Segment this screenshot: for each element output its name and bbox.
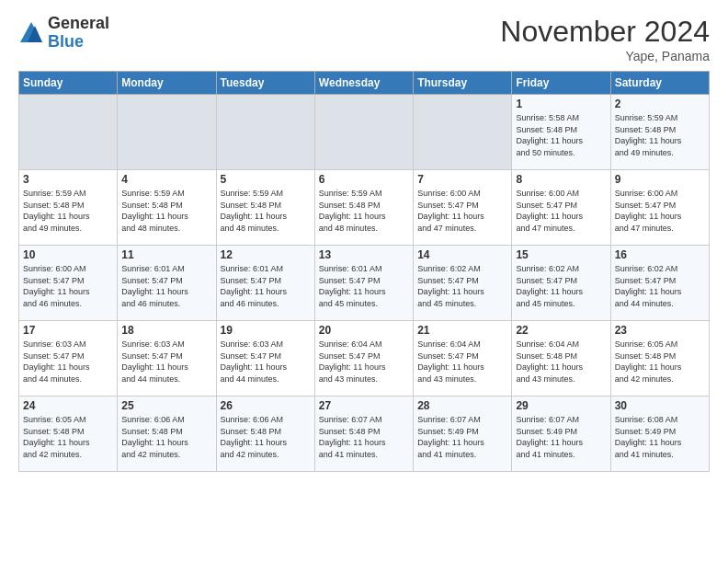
week-row-1: 1Sunrise: 5:58 AM Sunset: 5:48 PM Daylig… [19,95,710,170]
day-info: Sunrise: 6:02 AM Sunset: 5:47 PM Dayligh… [615,263,705,309]
day-info: Sunrise: 6:00 AM Sunset: 5:47 PM Dayligh… [417,188,507,234]
day-number: 21 [417,324,507,337]
day-info: Sunrise: 6:04 AM Sunset: 5:47 PM Dayligh… [417,339,507,385]
day-cell: 10Sunrise: 6:00 AM Sunset: 5:47 PM Dayli… [19,246,118,321]
day-cell: 19Sunrise: 6:03 AM Sunset: 5:47 PM Dayli… [216,321,314,396]
day-number: 16 [615,248,705,261]
day-cell: 23Sunrise: 6:05 AM Sunset: 5:48 PM Dayli… [610,321,709,396]
page: General Blue November 2024 Yape, Panama … [0,0,728,481]
day-info: Sunrise: 6:05 AM Sunset: 5:48 PM Dayligh… [23,414,113,460]
day-number: 29 [516,399,606,412]
day-cell: 3Sunrise: 5:59 AM Sunset: 5:48 PM Daylig… [19,170,118,246]
day-cell: 6Sunrise: 5:59 AM Sunset: 5:48 PM Daylig… [314,170,413,246]
day-cell: 11Sunrise: 6:01 AM Sunset: 5:47 PM Dayli… [118,246,216,321]
day-info: Sunrise: 6:06 AM Sunset: 5:48 PM Dayligh… [221,414,311,460]
day-number: 18 [121,324,211,337]
day-info: Sunrise: 6:06 AM Sunset: 5:48 PM Dayligh… [121,414,211,460]
day-number: 25 [121,399,211,412]
day-number: 13 [319,248,409,261]
col-sunday: Sunday [19,72,118,95]
day-cell: 25Sunrise: 6:06 AM Sunset: 5:48 PM Dayli… [118,396,216,472]
day-number: 5 [221,173,311,186]
calendar-table: Sunday Monday Tuesday Wednesday Thursday… [18,71,710,472]
day-cell: 20Sunrise: 6:04 AM Sunset: 5:47 PM Dayli… [314,321,413,396]
day-cell [19,95,118,170]
day-info: Sunrise: 6:03 AM Sunset: 5:47 PM Dayligh… [23,339,113,385]
day-info: Sunrise: 6:03 AM Sunset: 5:47 PM Dayligh… [221,339,311,385]
day-cell: 9Sunrise: 6:00 AM Sunset: 5:47 PM Daylig… [610,170,709,246]
day-cell: 14Sunrise: 6:02 AM Sunset: 5:47 PM Dayli… [414,246,512,321]
day-number: 8 [516,173,606,186]
col-saturday: Saturday [610,72,709,95]
day-cell: 18Sunrise: 6:03 AM Sunset: 5:47 PM Dayli… [118,321,216,396]
week-row-2: 3Sunrise: 5:59 AM Sunset: 5:48 PM Daylig… [19,170,710,246]
day-cell [414,95,512,170]
logo: General Blue [18,15,109,52]
day-number: 9 [615,173,705,186]
day-info: Sunrise: 6:07 AM Sunset: 5:49 PM Dayligh… [516,414,606,460]
day-info: Sunrise: 5:59 AM Sunset: 5:48 PM Dayligh… [121,188,211,234]
day-cell: 4Sunrise: 5:59 AM Sunset: 5:48 PM Daylig… [118,170,216,246]
month-title: November 2024 [500,15,710,49]
col-tuesday: Tuesday [216,72,314,95]
day-info: Sunrise: 6:08 AM Sunset: 5:49 PM Dayligh… [615,414,705,460]
day-info: Sunrise: 6:01 AM Sunset: 5:47 PM Dayligh… [121,263,211,309]
day-cell: 1Sunrise: 5:58 AM Sunset: 5:48 PM Daylig… [512,95,610,170]
header: General Blue November 2024 Yape, Panama [18,15,710,63]
day-number: 20 [319,324,409,337]
day-cell: 26Sunrise: 6:06 AM Sunset: 5:48 PM Dayli… [216,396,314,472]
logo-icon [18,20,44,46]
day-number: 26 [221,399,311,412]
day-cell: 12Sunrise: 6:01 AM Sunset: 5:47 PM Dayli… [216,246,314,321]
day-info: Sunrise: 6:07 AM Sunset: 5:48 PM Dayligh… [319,414,409,460]
header-row: Sunday Monday Tuesday Wednesday Thursday… [19,72,710,95]
day-number: 24 [23,399,113,412]
day-cell: 30Sunrise: 6:08 AM Sunset: 5:49 PM Dayli… [610,396,709,472]
day-info: Sunrise: 6:02 AM Sunset: 5:47 PM Dayligh… [417,263,507,309]
col-wednesday: Wednesday [314,72,413,95]
day-number: 1 [516,98,606,110]
col-friday: Friday [512,72,610,95]
col-thursday: Thursday [414,72,512,95]
day-info: Sunrise: 6:01 AM Sunset: 5:47 PM Dayligh… [221,263,311,309]
day-cell: 13Sunrise: 6:01 AM Sunset: 5:47 PM Dayli… [314,246,413,321]
day-cell: 29Sunrise: 6:07 AM Sunset: 5:49 PM Dayli… [512,396,610,472]
day-number: 27 [319,399,409,412]
day-number: 6 [319,173,409,186]
day-cell: 21Sunrise: 6:04 AM Sunset: 5:47 PM Dayli… [414,321,512,396]
day-number: 2 [615,98,705,110]
day-info: Sunrise: 6:02 AM Sunset: 5:47 PM Dayligh… [516,263,606,309]
day-number: 14 [417,248,507,261]
day-info: Sunrise: 6:03 AM Sunset: 5:47 PM Dayligh… [121,339,211,385]
week-row-4: 17Sunrise: 6:03 AM Sunset: 5:47 PM Dayli… [19,321,710,396]
day-number: 22 [516,324,606,337]
day-number: 3 [23,173,113,186]
day-info: Sunrise: 6:00 AM Sunset: 5:47 PM Dayligh… [516,188,606,234]
day-info: Sunrise: 6:04 AM Sunset: 5:48 PM Dayligh… [516,339,606,385]
calendar-header: Sunday Monday Tuesday Wednesday Thursday… [19,72,710,95]
day-number: 30 [615,399,705,412]
day-cell: 5Sunrise: 5:59 AM Sunset: 5:48 PM Daylig… [216,170,314,246]
week-row-3: 10Sunrise: 6:00 AM Sunset: 5:47 PM Dayli… [19,246,710,321]
day-number: 7 [417,173,507,186]
title-block: November 2024 Yape, Panama [500,15,710,63]
day-number: 19 [221,324,311,337]
day-number: 17 [23,324,113,337]
logo-general: General [48,14,109,32]
day-info: Sunrise: 6:01 AM Sunset: 5:47 PM Dayligh… [319,263,409,309]
day-info: Sunrise: 6:00 AM Sunset: 5:47 PM Dayligh… [23,263,113,309]
logo-text: General Blue [48,15,109,52]
day-number: 28 [417,399,507,412]
day-cell [314,95,413,170]
day-cell: 16Sunrise: 6:02 AM Sunset: 5:47 PM Dayli… [610,246,709,321]
day-number: 10 [23,248,113,261]
day-info: Sunrise: 5:58 AM Sunset: 5:48 PM Dayligh… [516,112,606,158]
day-cell: 22Sunrise: 6:04 AM Sunset: 5:48 PM Dayli… [512,321,610,396]
day-cell: 17Sunrise: 6:03 AM Sunset: 5:47 PM Dayli… [19,321,118,396]
day-cell: 8Sunrise: 6:00 AM Sunset: 5:47 PM Daylig… [512,170,610,246]
day-cell: 27Sunrise: 6:07 AM Sunset: 5:48 PM Dayli… [314,396,413,472]
week-row-5: 24Sunrise: 6:05 AM Sunset: 5:48 PM Dayli… [19,396,710,472]
day-cell: 28Sunrise: 6:07 AM Sunset: 5:49 PM Dayli… [414,396,512,472]
day-number: 11 [121,248,211,261]
day-cell [216,95,314,170]
